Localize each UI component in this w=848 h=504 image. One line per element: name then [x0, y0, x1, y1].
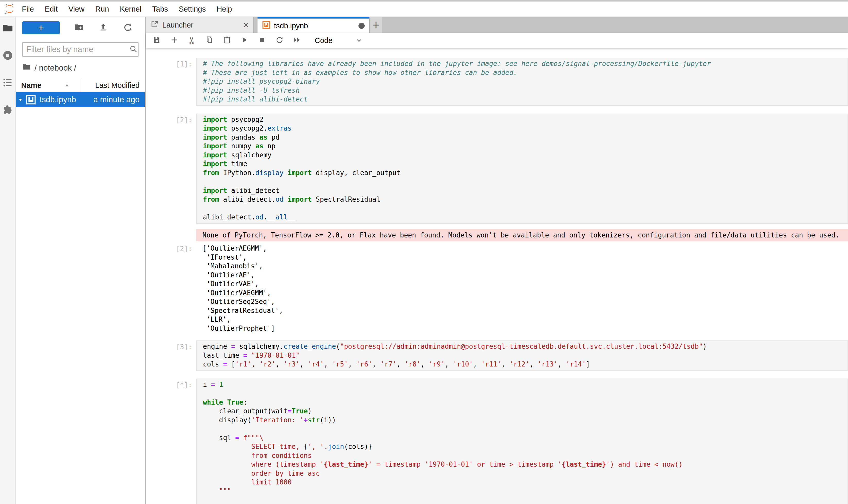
cell-output-row: [2]:['OutlierAEGMM', 'IForest', 'Mahalan…: [169, 242, 848, 333]
code-line: alibi_detect.od.__all__: [203, 213, 847, 222]
menu-item-file[interactable]: File: [17, 5, 39, 13]
filter-files-input[interactable]: [26, 45, 129, 54]
execute-result-output: ['OutlierAEGMM', 'IForest', 'Mahalanobis…: [196, 242, 848, 333]
upload-button[interactable]: [98, 22, 108, 33]
add-cell-button[interactable]: [170, 36, 179, 45]
code-line: from IPython.display import display, cle…: [203, 168, 847, 177]
activity-tab-extensions[interactable]: [2, 105, 14, 116]
code-line: # The following libraries have already b…: [203, 59, 847, 68]
code-line: from conditions: [203, 451, 847, 460]
file-list-header: Name Last Modified: [16, 79, 145, 92]
activity-tab-running-sessions[interactable]: [2, 50, 14, 62]
code-line: #!pip install alibi-detect: [203, 95, 847, 104]
new-folder-button[interactable]: [74, 22, 84, 33]
cell-input-row: [2]:import psycopg2import psycopg2.extra…: [169, 113, 848, 224]
folder-icon: [22, 62, 31, 73]
activity-tab-table-of-contents[interactable]: [2, 77, 14, 89]
menu-item-help[interactable]: Help: [211, 5, 237, 13]
launcher-icon: [150, 20, 159, 30]
menu-item-kernel[interactable]: Kernel: [114, 5, 147, 13]
refresh-icon: [123, 29, 133, 33]
menu-item-edit[interactable]: Edit: [39, 5, 63, 13]
stop-button[interactable]: [257, 36, 266, 45]
output-line: 'OutlierSeq2Seq',: [202, 297, 848, 306]
code-line: # These are just left in as examples to …: [203, 68, 847, 77]
cell-type-dropdown[interactable]: Code: [315, 36, 332, 45]
output-line: 'SpectralResidual',: [202, 306, 848, 315]
file-browser-panel: + / notebook / Name Last Modified •tsdb.…: [16, 17, 146, 504]
restart-icon: [275, 36, 284, 45]
execution-count-prompt: [*]:: [169, 379, 196, 504]
sort-ascending-icon[interactable]: [64, 82, 70, 89]
cell-code-editor[interactable]: import psycopg2import psycopg2.extrasimp…: [196, 113, 848, 224]
code-line: SELECT time, {', '.join(cols)}: [203, 442, 847, 451]
output-line: 'Mahalanobis',: [202, 262, 848, 271]
menu-item-run[interactable]: Run: [90, 5, 114, 13]
output-prompt: [2]:: [169, 242, 196, 333]
file-browser-toolbar: +: [16, 17, 145, 35]
cell-input-row: [1]:# The following libraries have alrea…: [169, 58, 848, 106]
breadcrumb-path: / notebook /: [35, 64, 76, 73]
notebook-icon: [262, 21, 270, 31]
output-line: 'OutlierVAEGMM',: [202, 288, 848, 298]
run-button[interactable]: [240, 36, 249, 45]
menu-item-settings[interactable]: Settings: [173, 5, 211, 13]
menu-item-tabs[interactable]: Tabs: [147, 5, 173, 13]
menu-item-view[interactable]: View: [63, 5, 90, 13]
cut-button[interactable]: ✂: [187, 36, 196, 45]
paste-button[interactable]: [222, 36, 231, 45]
notebook-cell: [3]:engine = sqlalchemy.create_engine("p…: [169, 340, 848, 371]
new-tab-button[interactable]: +: [369, 17, 382, 33]
code-line: import sqlalchemy: [203, 151, 847, 160]
execution-count-prompt: [2]:: [169, 113, 196, 224]
code-line: where (timestamp '{last_time}' = timesta…: [203, 460, 847, 469]
column-header-name[interactable]: Name: [21, 81, 41, 90]
code-line: engine = sqlalchemy.create_engine("postg…: [203, 342, 847, 351]
stop-icon: [258, 36, 266, 45]
code-line: """: [203, 487, 847, 496]
cell-input-row: [3]:engine = sqlalchemy.create_engine("p…: [169, 340, 848, 371]
upload-icon: [98, 29, 108, 33]
code-line: order by time asc: [203, 469, 847, 478]
file-row[interactable]: •tsdb.ipynba minute ago: [16, 92, 145, 107]
code-line: [203, 389, 847, 398]
file-name: tsdb.ipynb: [40, 95, 76, 104]
cell-input-row: [*]:i = 1 while True: clear_output(wait=…: [169, 379, 848, 504]
column-divider: [80, 79, 81, 92]
output-line: 'LLR',: [202, 315, 848, 324]
close-tab-icon[interactable]: ×: [243, 20, 249, 30]
notebook-cell: [*]:i = 1 while True: clear_output(wait=…: [169, 379, 848, 504]
new-folder-icon: [74, 29, 84, 33]
cell-code-editor[interactable]: i = 1 while True: clear_output(wait=True…: [196, 379, 848, 504]
cut-icon: ✂: [188, 36, 196, 45]
output-line: 'IForest',: [202, 253, 848, 262]
restart-button[interactable]: [275, 36, 284, 45]
code-line: #!pip install -U tsfresh: [203, 86, 847, 95]
fast-forward-button[interactable]: [292, 36, 301, 45]
chevron-down-icon[interactable]: [355, 36, 363, 45]
code-line: [203, 425, 847, 433]
file-last-modified: a minute ago: [93, 95, 140, 104]
code-line: import psycopg2.extras: [203, 124, 847, 133]
code-line: last_time = "1970-01-01": [203, 351, 847, 360]
notebook-content: [1]:# The following libraries have alrea…: [146, 48, 848, 504]
tab-tsdb-ipynb[interactable]: tsdb.ipynb: [257, 17, 369, 33]
tab-launcher[interactable]: Launcher×: [146, 17, 254, 33]
column-header-last-modified[interactable]: Last Modified: [95, 81, 140, 90]
cell-code-editor[interactable]: engine = sqlalchemy.create_engine("postg…: [196, 340, 848, 371]
code-line: import numpy as np: [203, 142, 847, 151]
code-line: cols = ['r1', 'r2', 'r3', 'r4', 'r5', 'r…: [203, 360, 847, 369]
code-line: clear_output(wait=True): [203, 407, 847, 416]
new-launcher-button[interactable]: +: [22, 21, 60, 34]
unsaved-changes-dot-icon[interactable]: [359, 23, 365, 29]
puzzle-icon: [2, 104, 13, 117]
copy-button[interactable]: [205, 36, 214, 45]
activity-tab-file-browser[interactable]: [2, 23, 14, 35]
cell-code-editor[interactable]: # The following libraries have already b…: [196, 58, 848, 106]
refresh-button[interactable]: [123, 22, 133, 33]
breadcrumb[interactable]: / notebook /: [22, 63, 139, 73]
output-line: 'OutlierVAE',: [202, 280, 848, 288]
code-line: while True:: [203, 398, 847, 407]
save-button[interactable]: [152, 36, 161, 45]
notebook-cell: [2]:import psycopg2import psycopg2.extra…: [169, 113, 848, 333]
